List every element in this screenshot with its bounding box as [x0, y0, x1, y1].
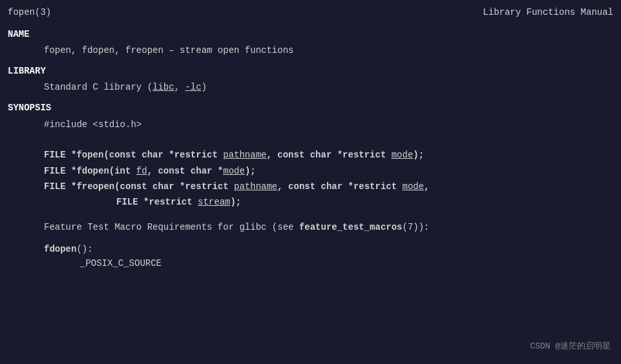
fdopen-mid: , const char * — [147, 166, 224, 176]
freopen-pathname: pathname — [234, 181, 277, 192]
synopsis-freopen-1: FILE *freopen(const char *restrict pathn… — [8, 179, 613, 194]
freopen-line2-pre: FILE *restrict — [116, 197, 198, 207]
fdopen-mode: mode — [223, 166, 245, 176]
freopen-mid: , const char *restrict — [277, 181, 402, 192]
freopen-pre: FILE *freopen(const char *restrict — [44, 181, 234, 192]
fdopen-end: ); — [245, 166, 256, 176]
library-label: LIBRARY — [8, 64, 613, 78]
fdopen-pre: FILE *fdopen(int — [44, 166, 136, 176]
fdopen-label: fdopen(): — [8, 242, 613, 256]
header-right: Library Functions Manual — [483, 5, 613, 19]
fdopen-section: fdopen(): _POSIX_C_SOURCE — [8, 242, 613, 271]
name-label: NAME — [8, 27, 613, 41]
library-content: Standard C library (libc, -lc) — [8, 80, 613, 94]
feature-test-macro: Feature Test Macro Requirements for glib… — [8, 220, 613, 234]
library-lc: -lc — [185, 82, 201, 92]
synopsis-fopen: FILE *fopen(const char *restrict pathnam… — [8, 148, 613, 162]
fdopen-section-suffix: (): — [76, 244, 92, 254]
header: fopen(3) Library Functions Manual — [8, 5, 613, 19]
fdopen-posix: _POSIX_C_SOURCE — [8, 256, 613, 270]
library-libc: libc — [153, 82, 174, 92]
freopen-line2-end: ); — [230, 197, 241, 207]
freopen-mode: mode — [403, 181, 425, 192]
library-text-pre: Standard C library ( — [44, 82, 153, 92]
header-left: fopen(3) — [8, 5, 51, 19]
section-synopsis: SYNOPSIS #include <stdio.h> FILE *fopen(… — [8, 101, 613, 210]
fopen-end: ); — [413, 150, 424, 160]
library-comma: , — [174, 82, 185, 92]
fdopen-section-label: fdopen — [44, 244, 76, 254]
feature-bold: feature_test_macros — [299, 222, 403, 232]
fopen-pathname: pathname — [223, 150, 266, 160]
fdopen-fd: fd — [136, 166, 147, 176]
feature-pre: Feature Test Macro Requirements for glib… — [44, 222, 299, 232]
section-library: LIBRARY Standard C library (libc, -lc) — [8, 64, 613, 94]
freopen-stream: stream — [198, 197, 230, 207]
synopsis-freopen-2: FILE *restrict stream); — [8, 195, 613, 209]
fopen-pre: FILE *fopen(const char *restrict — [44, 150, 223, 160]
library-close: ) — [202, 82, 207, 92]
name-content: fopen, fdopen, freopen – stream open fun… — [8, 43, 613, 57]
section-name: NAME fopen, fdopen, freopen – stream ope… — [8, 27, 613, 57]
feature-end: (7)): — [403, 222, 430, 232]
synopsis-include: #include <stdio.h> — [8, 117, 613, 132]
synopsis-label: SYNOPSIS — [8, 101, 613, 115]
fopen-mid: , const char *restrict — [266, 150, 391, 160]
watermark: CSDN @迷茫的启明星 — [530, 340, 611, 354]
synopsis-fdopen: FILE *fdopen(int fd, const char *mode); — [8, 164, 613, 178]
fopen-mode: mode — [392, 150, 414, 160]
freopen-end: , — [424, 181, 429, 192]
